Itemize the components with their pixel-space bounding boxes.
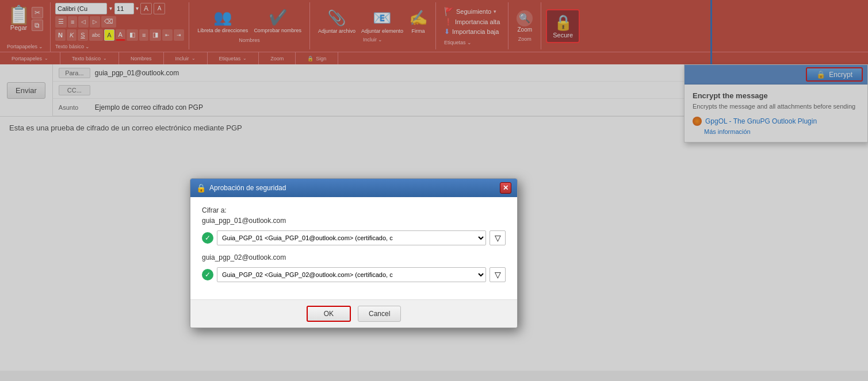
cert-row-1: ✓ Guia_PGP_01 <Guia_PGP_01@outlook.com> …: [202, 230, 506, 245]
cifrar-label: Cifrar a:: [202, 206, 506, 214]
dialog-footer: OK Cancel: [190, 299, 517, 328]
recipient2-email: guia_pgp_02@outlook.com: [202, 253, 506, 261]
dialog-cancel-button[interactable]: Cancel: [358, 306, 401, 322]
recipient1-email: guia_pgp_01@outlook.com: [202, 217, 506, 225]
dialog-titlebar: 🔒 Aprobación de seguridad ✕: [190, 179, 517, 197]
cert1-filter-button[interactable]: ▽: [490, 230, 506, 245]
dialog-body: Cifrar a: guia_pgp_01@outlook.com ✓ Guia…: [190, 197, 517, 299]
dialog-lock-icon: 🔒: [196, 183, 206, 193]
dialog-ok-button[interactable]: OK: [307, 306, 351, 322]
cert-row-2: ✓ Guia_PGP_02 <Guia_PGP_02@outlook.com> …: [202, 267, 506, 282]
security-dialog: 🔒 Aprobación de seguridad ✕ Cifrar a: gu…: [190, 178, 518, 328]
cert2-select[interactable]: Guia_PGP_02 <Guia_PGP_02@outlook.com> (c…: [217, 267, 486, 282]
cert2-check-icon: ✓: [202, 269, 213, 280]
dialog-close-button[interactable]: ✕: [500, 182, 511, 194]
dialog-title-text: Aprobación de seguridad: [209, 184, 286, 192]
dialog-title-left: 🔒 Aprobación de seguridad: [196, 183, 286, 193]
cert1-select[interactable]: Guia_PGP_01 <Guia_PGP_01@outlook.com> (c…: [217, 230, 486, 245]
cert1-check-icon: ✓: [202, 232, 213, 244]
cert2-filter-button[interactable]: ▽: [490, 267, 506, 282]
